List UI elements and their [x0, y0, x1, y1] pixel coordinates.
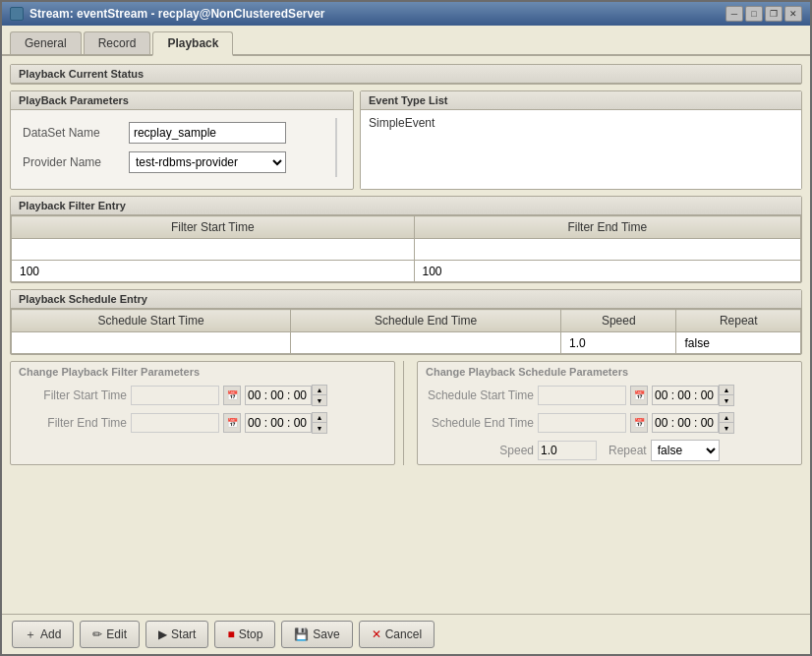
tab-general[interactable]: General — [10, 31, 82, 54]
sched-start-input[interactable] — [538, 386, 626, 405]
filter-start-time-input[interactable] — [245, 386, 312, 405]
table-row: 100 100 — [12, 261, 801, 282]
title-bar: Stream: eventStream - recplay@NonCluster… — [2, 2, 810, 26]
stop-icon: ■ — [227, 627, 234, 641]
restore-button[interactable]: ❐ — [765, 6, 783, 22]
sched-repeat-header: Repeat — [676, 310, 801, 332]
window-icon — [10, 7, 24, 21]
tab-playback[interactable]: Playback — [152, 31, 233, 56]
sched-repeat-cell: false — [676, 332, 801, 354]
table-row: 1.0 false — [12, 332, 801, 354]
content-area: Playback Current Status PlayBack Paramet… — [2, 56, 810, 614]
sched-start-spinner: ▲ ▼ — [719, 385, 734, 406]
list-item: SimpleEvent — [365, 114, 797, 132]
window-controls: ─ □ ❐ ✕ — [725, 6, 802, 22]
sched-start-up-button[interactable]: ▲ — [720, 386, 733, 395]
filter-end-down-button[interactable]: ▼ — [313, 423, 326, 433]
table-row — [12, 239, 801, 261]
filter-end-time-input[interactable] — [245, 413, 312, 433]
change-filter-title: Change Playback Filter Parameters — [11, 362, 394, 382]
minimize-button[interactable]: ─ — [725, 6, 743, 22]
change-schedule-section: Change Playback Schedule Parameters Sche… — [417, 361, 802, 465]
sched-end-time-input[interactable] — [652, 413, 719, 433]
params-title: PlayBack Parameters — [11, 91, 353, 110]
cancel-button[interactable]: ✕ Cancel — [359, 621, 435, 648]
window-title: Stream: eventStream - recplay@NonCluster… — [29, 7, 325, 21]
filter-table: Filter Start Time Filter End Time 100 10… — [11, 215, 801, 282]
repeat-select[interactable]: false true — [651, 440, 720, 461]
sched-end-up-button[interactable]: ▲ — [720, 413, 733, 423]
filter-end-up-button[interactable]: ▲ — [313, 413, 326, 423]
bottom-separator — [403, 361, 409, 465]
filter-end-header: Filter End Time — [414, 216, 800, 239]
event-list: SimpleEvent — [361, 110, 801, 189]
filter-end-input[interactable] — [131, 413, 219, 433]
event-type-section: Event Type List SimpleEvent — [360, 90, 802, 190]
playback-status-section: Playback Current Status — [10, 64, 802, 85]
change-filter-section: Change Playback Filter Parameters Filter… — [10, 361, 395, 465]
speed-label: Speed — [426, 444, 534, 457]
stop-button[interactable]: ■ Stop — [214, 621, 275, 648]
tab-record[interactable]: Record — [84, 31, 151, 54]
dataset-label: DataSet Name — [19, 118, 125, 148]
params-separator — [335, 118, 341, 177]
action-bar: ＋ Add ✏ Edit ▶ Start ■ Stop 💾 Save ✕ Can… — [2, 614, 810, 654]
sched-start-time-input[interactable] — [652, 386, 719, 405]
save-button[interactable]: 💾 Save — [281, 621, 352, 648]
playback-params-section: PlayBack Parameters DataSet Name Prov — [10, 90, 354, 190]
sched-end-header: Schedule End Time — [291, 310, 561, 332]
speed-input[interactable] — [538, 441, 597, 460]
sched-start-down-button[interactable]: ▼ — [720, 395, 733, 405]
dataset-input[interactable] — [129, 122, 286, 144]
params-event-row: PlayBack Parameters DataSet Name Prov — [10, 90, 802, 190]
save-icon: 💾 — [294, 627, 309, 641]
sched-speed-header: Speed — [561, 310, 676, 332]
status-title: Playback Current Status — [11, 65, 801, 84]
sched-start-calendar-button[interactable]: 📅 — [630, 386, 648, 405]
provider-label: Provider Name — [19, 148, 125, 177]
filter-start-calendar-button[interactable]: 📅 — [223, 386, 241, 405]
filter-start-spinner: ▲ ▼ — [312, 385, 327, 406]
provider-select[interactable]: test-rdbms-provider other-provider — [129, 151, 286, 173]
start-icon: ▶ — [158, 627, 167, 641]
repeat-label: Repeat — [609, 444, 647, 457]
filter-start-down-button[interactable]: ▼ — [313, 395, 326, 405]
sched-start-header: Schedule Start Time — [12, 310, 291, 332]
bottom-params: Change Playback Filter Parameters Filter… — [10, 361, 802, 465]
filter-end-label: Filter End Time — [19, 416, 127, 430]
sched-end-label: Schedule End Time — [426, 416, 534, 430]
sched-speed-cell: 1.0 — [561, 332, 676, 354]
main-window: Stream: eventStream - recplay@NonCluster… — [0, 0, 812, 656]
edit-button[interactable]: ✏ Edit — [80, 621, 140, 648]
cancel-icon: ✕ — [372, 627, 381, 641]
event-type-title: Event Type List — [361, 91, 801, 110]
sched-end-spinner: ▲ ▼ — [719, 412, 734, 434]
schedule-entry-section: Playback Schedule Entry Schedule Start T… — [10, 289, 802, 355]
start-button[interactable]: ▶ Start — [145, 621, 208, 648]
add-button[interactable]: ＋ Add — [12, 621, 74, 648]
schedule-entry-title: Playback Schedule Entry — [11, 290, 801, 309]
sched-end-input[interactable] — [538, 413, 626, 433]
filter-start-header: Filter Start Time — [12, 216, 415, 239]
filter-entry-section: Playback Filter Entry Filter Start Time … — [10, 196, 802, 283]
filter-entry-title: Playback Filter Entry — [11, 197, 801, 215]
sched-start-label: Schedule Start Time — [426, 388, 534, 402]
add-icon: ＋ — [25, 626, 36, 643]
schedule-table: Schedule Start Time Schedule End Time Sp… — [11, 309, 801, 354]
filter-end-cell: 100 — [414, 261, 800, 282]
filter-start-cell: 100 — [12, 261, 415, 282]
filter-start-input[interactable] — [131, 386, 219, 405]
filter-end-calendar-button[interactable]: 📅 — [223, 413, 241, 433]
sched-end-down-button[interactable]: ▼ — [720, 423, 733, 433]
maximize-button[interactable]: □ — [745, 6, 763, 22]
edit-icon: ✏ — [92, 627, 102, 641]
sched-end-calendar-button[interactable]: 📅 — [630, 413, 648, 433]
filter-end-spinner: ▲ ▼ — [312, 412, 327, 434]
tabs-bar: General Record Playback — [2, 26, 810, 56]
filter-start-up-button[interactable]: ▲ — [313, 386, 326, 395]
change-schedule-title: Change Playback Schedule Parameters — [418, 362, 801, 382]
close-button[interactable]: ✕ — [784, 6, 802, 22]
filter-start-label: Filter Start Time — [19, 388, 127, 402]
